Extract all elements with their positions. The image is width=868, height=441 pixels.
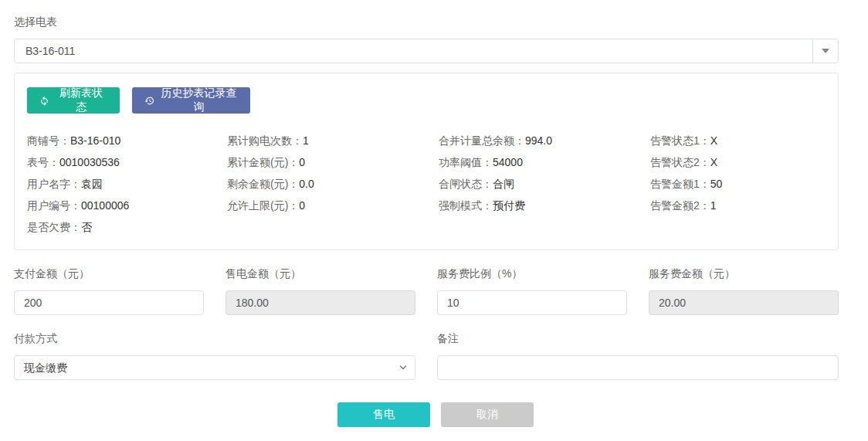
payment-form-row-1: 支付金额（元） 售电金额（元） 服务费比例（%） 服务费金额（元） bbox=[14, 267, 839, 315]
pay-amount-input[interactable] bbox=[14, 290, 204, 315]
info-label: 累计购电次数： bbox=[227, 134, 303, 147]
panel-button-row: 刷新表状态 历史抄表记录查询 bbox=[27, 87, 826, 114]
info-item-alarm-state-1: 告警状态1：X bbox=[650, 130, 826, 151]
meter-select-label: 选择电表 bbox=[14, 15, 854, 29]
service-fee-amount-input bbox=[649, 290, 839, 315]
sell-electricity-button[interactable]: 售电 bbox=[337, 402, 430, 427]
meter-info-grid: 商铺号：B3-16-010 表号：0010030536 用户名字：袁园 用户编号… bbox=[27, 130, 826, 238]
payment-method-select-wrap: 现金缴费 bbox=[14, 355, 415, 380]
info-label: 用户名字： bbox=[27, 178, 81, 190]
info-item-total-amount: 累计金额(元)：0 bbox=[227, 151, 439, 173]
field-remark: 备注 bbox=[437, 332, 839, 380]
info-column-meter-state: 合并计量总余额：994.0 功率阈值：54000 合闸状态：合闸 强制模式：预付… bbox=[439, 130, 650, 238]
refresh-button-label: 刷新表状态 bbox=[55, 87, 107, 114]
info-label: 累计金额(元)： bbox=[227, 156, 299, 168]
remark-input[interactable] bbox=[437, 355, 839, 380]
info-item-meter-no: 表号：0010030536 bbox=[27, 151, 227, 173]
info-item-alarm-amount-2: 告警金额2：1 bbox=[650, 195, 826, 216]
service-fee-ratio-label: 服务费比例（%） bbox=[437, 267, 627, 280]
info-item-alarm-state-2: 告警状态2：X bbox=[650, 151, 826, 173]
meter-select-value[interactable]: B3-16-011 bbox=[15, 39, 812, 63]
pay-amount-label: 支付金额（元） bbox=[14, 267, 204, 280]
info-label: 告警状态2： bbox=[650, 156, 710, 168]
info-item-power-threshold: 功率阈值：54000 bbox=[439, 151, 650, 173]
info-item-combined-balance: 合并计量总余额：994.0 bbox=[439, 130, 650, 151]
info-item-user-name: 用户名字：袁园 bbox=[27, 173, 227, 195]
info-value: 1 bbox=[710, 199, 717, 212]
info-item-user-id: 用户编号：00100006 bbox=[27, 195, 227, 216]
meter-select-caret-button[interactable] bbox=[812, 39, 838, 63]
info-item-allowed-limit: 允许上限(元)：0 bbox=[227, 195, 439, 216]
history-readings-query-button[interactable]: 历史抄表记录查询 bbox=[132, 87, 250, 114]
sell-amount-input bbox=[225, 290, 415, 315]
payment-method-label: 付款方式 bbox=[14, 332, 415, 345]
info-item-purchase-count: 累计购电次数：1 bbox=[227, 130, 439, 151]
info-value: 0.0 bbox=[299, 178, 314, 190]
info-label: 强制模式： bbox=[439, 199, 493, 212]
info-column-totals: 累计购电次数：1 累计金额(元)：0 剩余金额(元)：0.0 允许上限(元)：0 bbox=[227, 130, 439, 238]
info-column-alarms: 告警状态1：X 告警状态2：X 告警金额1：50 告警金额2：1 bbox=[650, 130, 826, 238]
info-value: 0010030536 bbox=[59, 156, 120, 168]
meter-select-dropdown[interactable]: B3-16-011 bbox=[14, 39, 839, 63]
info-item-switch-state: 合闸状态：合闸 bbox=[439, 173, 650, 195]
info-item-alarm-amount-1: 告警金额1：50 bbox=[650, 173, 826, 195]
info-label: 剩余金额(元)： bbox=[227, 178, 299, 190]
info-label: 用户编号： bbox=[27, 199, 81, 212]
info-label: 是否欠费： bbox=[27, 221, 81, 233]
info-label: 合并计量总余额： bbox=[439, 134, 525, 147]
info-label: 告警金额2： bbox=[650, 199, 710, 212]
info-item-shop-no: 商铺号：B3-16-010 bbox=[27, 130, 227, 151]
field-service-fee-amount: 服务费金额（元） bbox=[649, 267, 839, 315]
info-item-arrears: 是否欠费：否 bbox=[27, 216, 227, 238]
info-label: 商铺号： bbox=[27, 134, 70, 147]
history-button-label: 历史抄表记录查询 bbox=[160, 87, 238, 114]
sell-electricity-page: 选择电表 B3-16-011 刷新表状态 历史抄表记录查询 bbox=[0, 0, 868, 427]
cancel-button[interactable]: 取消 bbox=[441, 402, 534, 427]
info-label: 告警状态1： bbox=[650, 134, 710, 147]
info-value: 994.0 bbox=[525, 134, 552, 147]
info-value: 1 bbox=[303, 134, 309, 147]
info-label: 功率阈值： bbox=[439, 156, 493, 168]
remark-label: 备注 bbox=[437, 332, 839, 345]
field-payment-method: 付款方式 现金缴费 bbox=[14, 332, 415, 380]
payment-method-select[interactable]: 现金缴费 bbox=[14, 355, 415, 380]
info-label: 表号： bbox=[27, 156, 59, 168]
service-fee-amount-label: 服务费金额（元） bbox=[649, 267, 839, 280]
refresh-meter-status-button[interactable]: 刷新表状态 bbox=[27, 87, 120, 114]
sell-amount-label: 售电金额（元） bbox=[225, 267, 415, 280]
payment-form-row-2: 付款方式 现金缴费 备注 bbox=[14, 332, 839, 380]
refresh-icon bbox=[39, 96, 49, 106]
info-value: 0 bbox=[299, 199, 305, 212]
info-label: 合闸状态： bbox=[439, 178, 493, 190]
info-value: B3-16-010 bbox=[70, 134, 120, 147]
info-value: 否 bbox=[81, 221, 92, 233]
info-value: 0 bbox=[299, 156, 305, 168]
info-label: 允许上限(元)： bbox=[227, 199, 299, 212]
info-column-shop: 商铺号：B3-16-010 表号：0010030536 用户名字：袁园 用户编号… bbox=[27, 130, 227, 238]
field-pay-amount: 支付金额（元） bbox=[14, 267, 204, 315]
field-sell-amount: 售电金额（元） bbox=[225, 267, 415, 315]
info-value: 袁园 bbox=[81, 178, 103, 190]
info-value: X bbox=[710, 134, 717, 147]
service-fee-ratio-input[interactable] bbox=[437, 290, 627, 315]
info-value: 00100006 bbox=[81, 199, 129, 212]
caret-down-icon bbox=[822, 49, 829, 53]
info-item-force-mode: 强制模式：预付费 bbox=[439, 195, 650, 216]
info-value: 54000 bbox=[493, 156, 523, 168]
info-item-remaining-amount: 剩余金额(元)：0.0 bbox=[227, 173, 439, 195]
info-label: 告警金额1： bbox=[650, 178, 710, 190]
info-value: 50 bbox=[710, 178, 723, 190]
info-value: 合闸 bbox=[493, 178, 514, 190]
action-button-row: 售电 取消 bbox=[14, 402, 857, 427]
history-icon bbox=[144, 96, 154, 106]
meter-status-panel: 刷新表状态 历史抄表记录查询 商铺号：B3-16-010 表号：00100305… bbox=[14, 73, 839, 250]
info-value: X bbox=[710, 156, 717, 168]
field-service-fee-ratio: 服务费比例（%） bbox=[437, 267, 627, 315]
info-value: 预付费 bbox=[493, 199, 525, 212]
